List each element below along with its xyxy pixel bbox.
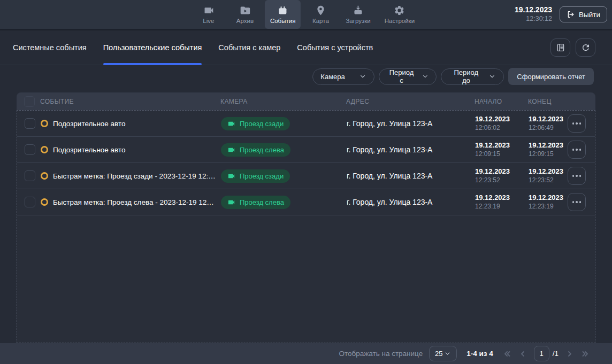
nav-item-live[interactable]: Live: [192, 0, 225, 29]
double-chevron-right-icon: [581, 350, 590, 358]
nav-item-settings[interactable]: Настройки: [379, 0, 420, 29]
event-name: Подозрительное авто: [53, 146, 126, 154]
row-checkbox[interactable]: [25, 171, 35, 181]
per-page-select[interactable]: 25: [429, 346, 457, 361]
column-header-start: НАЧАЛО: [475, 98, 528, 105]
nav-item-downloads[interactable]: Загрузки: [340, 0, 376, 29]
main-navigation: Live Архив События Карта: [192, 0, 420, 29]
end-date: 19.12.2023: [529, 115, 568, 124]
end-time: 12:23:19: [529, 203, 568, 211]
camera-badge: Проезд сзади: [221, 117, 290, 130]
logout-button[interactable]: Выйти: [560, 6, 607, 22]
nav-item-label: События: [270, 18, 295, 24]
event-name: Быстрая метка: Проезд слева - 2023-12-19…: [53, 198, 216, 206]
column-header-end: КОНЕЦ: [528, 98, 567, 105]
camera-name: Проезд сзади: [240, 172, 284, 180]
event-marker-icon: [41, 198, 48, 206]
pagination-footer: Отображать на странице 25 1-4 из 4 1 /1: [0, 343, 612, 364]
end-date: 19.12.2023: [529, 141, 568, 150]
camera-icon: [227, 172, 235, 180]
end-time: 12:09:15: [529, 150, 568, 159]
chevron-down-icon: [422, 73, 429, 80]
end-time: 12:23:52: [529, 176, 568, 185]
start-datetime: 19.12.2023 12:23:19: [475, 193, 529, 211]
period-from-dropdown[interactable]: Период с: [379, 68, 437, 85]
live-camera-icon: [203, 5, 214, 16]
refresh-button[interactable]: [576, 38, 595, 57]
first-page-button[interactable]: [503, 350, 511, 358]
topbar-right: 19.12.2023 12:30:12 Выйти: [515, 5, 612, 23]
events-app-window: Live Архив События Карта: [0, 0, 612, 364]
tab-user-events[interactable]: Пользовательские события: [103, 30, 202, 65]
start-datetime: 19.12.2023 12:09:15: [475, 141, 529, 158]
row-actions-button[interactable]: [568, 141, 586, 159]
camera-icon: [227, 198, 235, 206]
end-date: 19.12.2023: [529, 193, 568, 203]
tab-camera-events[interactable]: События с камер: [218, 30, 280, 65]
camera-badge: Проезд слева: [221, 196, 290, 209]
tabbar-actions: [550, 38, 595, 57]
event-marker-icon: [41, 146, 48, 153]
chevron-down-icon: [444, 350, 451, 357]
address-cell: г. Город, ул. Улица 123-А: [347, 172, 475, 180]
nav-item-label: Live: [203, 18, 214, 24]
table-row[interactable]: Подозрительное авто Проезд сзади г. Горо…: [17, 111, 595, 137]
address-cell: г. Город, ул. Улица 123-А: [347, 198, 475, 206]
nav-item-map[interactable]: Карта: [304, 0, 337, 29]
tab-device-events[interactable]: События с устройств: [297, 30, 373, 65]
table-body: Подозрительное авто Проезд сзади г. Горо…: [17, 110, 595, 343]
double-chevron-left-icon: [503, 350, 511, 358]
logout-icon: [567, 10, 575, 19]
start-datetime: 19.12.2023 12:23:52: [475, 167, 529, 184]
start-date: 19.12.2023: [475, 115, 529, 124]
events-table: СОБЫТИЕ КАМЕРА АДРЕС НАЧАЛО КОНЕЦ Подозр…: [17, 92, 595, 343]
nav-item-events[interactable]: События: [265, 0, 301, 29]
start-time: 12:06:02: [475, 124, 529, 133]
row-checkbox[interactable]: [25, 118, 35, 129]
per-page-value: 25: [435, 350, 442, 358]
table-row[interactable]: Быстрая метка: Проезд слева - 2023-12-19…: [17, 189, 595, 215]
chevron-down-icon: [359, 73, 366, 80]
start-date: 19.12.2023: [475, 167, 529, 176]
address-cell: г. Город, ул. Улица 123-А: [347, 119, 475, 128]
period-to-dropdown[interactable]: Период до: [441, 68, 504, 85]
column-header-address: АДРЕС: [346, 98, 475, 105]
event-name: Быстрая метка: Проезд сзади - 2023-12-19…: [53, 172, 216, 180]
row-checkbox[interactable]: [25, 144, 35, 155]
journal-button[interactable]: [550, 38, 570, 57]
settings-gear-icon: [394, 5, 405, 16]
last-page-button[interactable]: [581, 350, 590, 358]
start-date: 19.12.2023: [475, 141, 529, 150]
event-name: Подозрительное авто: [53, 120, 126, 128]
row-actions-button[interactable]: [568, 114, 586, 133]
prev-page-button[interactable]: [518, 350, 527, 358]
map-pin-icon: [315, 5, 326, 16]
period-from-label: Период с: [387, 68, 416, 84]
start-time: 12:23:19: [475, 203, 529, 211]
camera-filter-label: Камера: [320, 73, 345, 81]
filters-row: Камера Период с Период до Сформировать о…: [0, 65, 612, 88]
table-row[interactable]: Быстрая метка: Проезд сзади - 2023-12-19…: [17, 163, 595, 189]
camera-name: Проезд слева: [240, 146, 284, 154]
generate-report-button[interactable]: Сформировать отчет: [508, 68, 594, 85]
nav-item-label: Загрузки: [346, 18, 370, 24]
per-page-label: Отображать на странице: [339, 350, 423, 358]
camera-filter-dropdown[interactable]: Камера: [312, 68, 374, 85]
table-row[interactable]: Подозрительное авто Проезд слева г. Горо…: [17, 137, 595, 163]
nav-item-archive[interactable]: Архив: [228, 0, 262, 29]
tab-system-events[interactable]: Системные события: [13, 30, 87, 65]
camera-badge: Проезд сзади: [221, 169, 290, 183]
chevron-left-icon: [518, 350, 527, 358]
current-page-input[interactable]: 1: [534, 346, 549, 361]
camera-name: Проезд сзади: [240, 120, 284, 128]
row-checkbox[interactable]: [25, 197, 35, 207]
next-page-button[interactable]: [565, 350, 574, 358]
start-time: 12:23:52: [475, 176, 529, 185]
camera-badge: Проезд слева: [221, 143, 290, 157]
row-actions-button[interactable]: [568, 193, 586, 211]
camera-icon: [227, 120, 235, 128]
downloads-icon: [353, 5, 364, 16]
row-actions-button[interactable]: [568, 167, 586, 185]
select-all-checkbox[interactable]: [24, 96, 35, 107]
end-datetime: 19.12.2023 12:09:15: [529, 141, 568, 158]
